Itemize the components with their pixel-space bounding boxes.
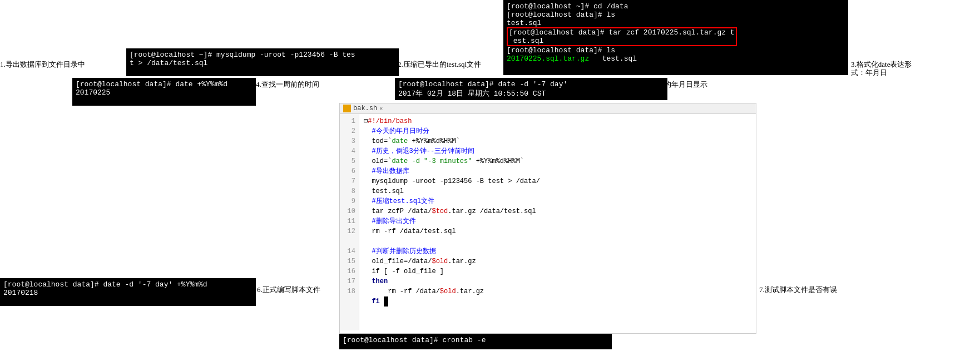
label-5: 5.一周前的年月日显示 bbox=[637, 80, 707, 90]
label-1: 1.导出数据库到文件目录中 bbox=[0, 60, 85, 70]
code-body: 1 2 3 4 5 6 7 8 9 10 11 12 14 15 16 17 1… bbox=[340, 114, 756, 330]
terminal-5: [root@localhost ~]# cd /data [root@local… bbox=[503, 0, 848, 75]
label-4: 4.查找一周前的时间 bbox=[256, 80, 319, 90]
code-editor: bak.sh ✕ 1 2 3 4 5 6 7 8 9 10 11 12 14 1… bbox=[339, 103, 756, 334]
label-3b: 式：年月日 bbox=[851, 68, 887, 78]
terminal-2: [root@localhost data]# date -d '-7 day' … bbox=[0, 278, 256, 306]
terminal-4: [root@localhost data]# date -d '-7 day' … bbox=[395, 78, 667, 100]
terminal-3: [root@localhost data]# date +%Y%m%d 2017… bbox=[72, 78, 256, 106]
line-numbers: 1 2 3 4 5 6 7 8 9 10 11 12 14 15 16 17 1… bbox=[340, 114, 359, 330]
tab-filename: bak.sh bbox=[353, 105, 377, 112]
label-6: 6.正式编写脚本文件 bbox=[257, 285, 320, 295]
editor-tab-bar: bak.sh ✕ bbox=[340, 103, 756, 114]
tab-close-button[interactable]: ✕ bbox=[379, 105, 383, 112]
label-2: 2.压缩已导出的test.sql文件 bbox=[398, 60, 481, 70]
terminal-1: [root@localhost ~]# mysqldump -uroot -p1… bbox=[126, 48, 399, 76]
terminal-6: [root@localhost data]# crontab -e bbox=[339, 334, 612, 349]
code-content[interactable]: ⊟#!/bin/bash #今天的年月日时分 tod=`date +%Y%m%d… bbox=[359, 114, 756, 330]
label-7: 7.测试脚本文件是否有误 bbox=[759, 285, 837, 295]
page-container: 1.导出数据库到文件目录中 [root@localhost ~]# mysqld… bbox=[0, 0, 980, 351]
tab-icon bbox=[343, 105, 351, 112]
